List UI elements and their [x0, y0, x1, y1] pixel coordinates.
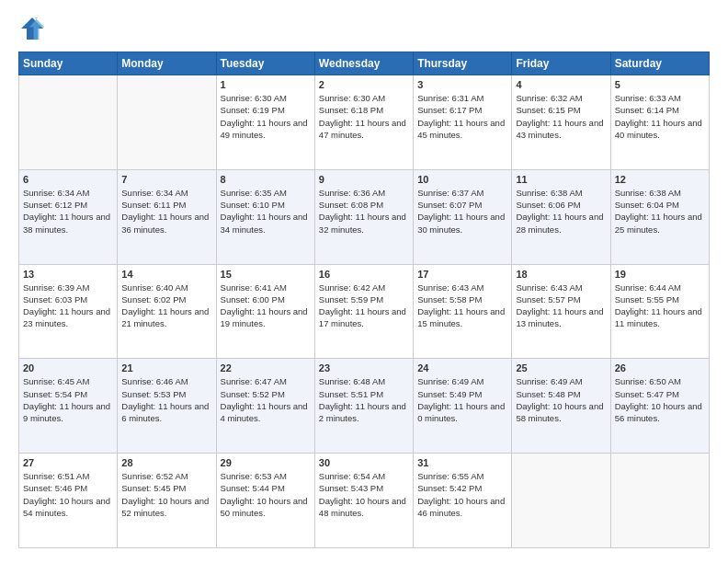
header: [18, 15, 710, 42]
day-number: 27: [23, 457, 113, 468]
calendar-cell: 8Sunrise: 6:35 AM Sunset: 6:10 PM Daylig…: [216, 169, 314, 264]
calendar-table: SundayMondayTuesdayWednesdayThursdayFrid…: [18, 52, 710, 548]
calendar-cell: 12Sunrise: 6:38 AM Sunset: 6:04 PM Dayli…: [610, 169, 709, 264]
day-info: Sunrise: 6:55 AM Sunset: 5:42 PM Dayligh…: [417, 470, 507, 519]
calendar-body: 1Sunrise: 6:30 AM Sunset: 6:19 PM Daylig…: [19, 75, 710, 548]
day-info: Sunrise: 6:30 AM Sunset: 6:18 PM Dayligh…: [319, 92, 409, 141]
page: SundayMondayTuesdayWednesdayThursdayFrid…: [0, 0, 728, 563]
day-number: 16: [319, 269, 409, 280]
day-number: 8: [221, 174, 311, 185]
day-number: 21: [121, 362, 211, 373]
calendar-cell: 23Sunrise: 6:48 AM Sunset: 5:51 PM Dayli…: [314, 359, 413, 454]
day-number: 9: [319, 174, 409, 185]
day-info: Sunrise: 6:39 AM Sunset: 6:03 PM Dayligh…: [23, 282, 113, 330]
day-number: 26: [615, 362, 705, 373]
day-info: Sunrise: 6:41 AM Sunset: 6:00 PM Dayligh…: [221, 282, 311, 330]
calendar-cell: 17Sunrise: 6:43 AM Sunset: 5:58 PM Dayli…: [414, 264, 512, 359]
day-number: 10: [417, 174, 507, 185]
calendar-cell: 16Sunrise: 6:42 AM Sunset: 5:59 PM Dayli…: [314, 264, 413, 359]
day-info: Sunrise: 6:46 AM Sunset: 5:53 PM Dayligh…: [121, 375, 211, 424]
day-info: Sunrise: 6:50 AM Sunset: 5:47 PM Dayligh…: [615, 375, 705, 424]
calendar-week-row: 20Sunrise: 6:45 AM Sunset: 5:54 PM Dayli…: [19, 359, 710, 454]
day-number: 15: [221, 269, 311, 280]
day-info: Sunrise: 6:30 AM Sunset: 6:19 PM Dayligh…: [221, 92, 311, 141]
day-number: 13: [23, 269, 113, 280]
day-number: 12: [615, 174, 705, 185]
weekday-header-saturday: Saturday: [610, 52, 709, 75]
day-info: Sunrise: 6:36 AM Sunset: 6:08 PM Dayligh…: [319, 187, 409, 236]
day-number: 30: [319, 457, 409, 468]
calendar-cell: 28Sunrise: 6:52 AM Sunset: 5:45 PM Dayli…: [118, 454, 216, 548]
calendar-cell: 26Sunrise: 6:50 AM Sunset: 5:47 PM Dayli…: [610, 359, 709, 454]
day-number: 22: [221, 362, 311, 373]
day-number: 5: [615, 79, 705, 90]
calendar-cell: 5Sunrise: 6:33 AM Sunset: 6:14 PM Daylig…: [610, 75, 709, 170]
day-info: Sunrise: 6:37 AM Sunset: 6:07 PM Dayligh…: [417, 187, 507, 236]
calendar-cell: 30Sunrise: 6:54 AM Sunset: 5:43 PM Dayli…: [314, 454, 413, 548]
day-number: 31: [417, 457, 507, 468]
day-number: 3: [417, 79, 507, 90]
calendar-week-row: 6Sunrise: 6:34 AM Sunset: 6:12 PM Daylig…: [19, 169, 710, 264]
day-info: Sunrise: 6:44 AM Sunset: 5:55 PM Dayligh…: [615, 282, 705, 330]
calendar-cell: 29Sunrise: 6:53 AM Sunset: 5:44 PM Dayli…: [216, 454, 314, 548]
weekday-header-thursday: Thursday: [414, 52, 512, 75]
calendar-cell: 10Sunrise: 6:37 AM Sunset: 6:07 PM Dayli…: [414, 169, 512, 264]
calendar-cell: 6Sunrise: 6:34 AM Sunset: 6:12 PM Daylig…: [19, 169, 118, 264]
day-number: 14: [121, 269, 211, 280]
day-info: Sunrise: 6:32 AM Sunset: 6:15 PM Dayligh…: [516, 92, 606, 141]
weekday-header-tuesday: Tuesday: [216, 52, 314, 75]
day-info: Sunrise: 6:38 AM Sunset: 6:06 PM Dayligh…: [516, 187, 606, 236]
day-number: 19: [615, 269, 705, 280]
calendar-cell: 20Sunrise: 6:45 AM Sunset: 5:54 PM Dayli…: [19, 359, 118, 454]
calendar-cell: 1Sunrise: 6:30 AM Sunset: 6:19 PM Daylig…: [216, 75, 314, 170]
day-number: 25: [516, 362, 606, 373]
calendar-cell: 9Sunrise: 6:36 AM Sunset: 6:08 PM Daylig…: [314, 169, 413, 264]
calendar-cell: [512, 454, 610, 548]
calendar-cell: 27Sunrise: 6:51 AM Sunset: 5:46 PM Dayli…: [19, 454, 118, 548]
day-info: Sunrise: 6:43 AM Sunset: 5:58 PM Dayligh…: [417, 282, 507, 330]
calendar-cell: [118, 75, 216, 170]
calendar-cell: 4Sunrise: 6:32 AM Sunset: 6:15 PM Daylig…: [512, 75, 610, 170]
calendar-week-row: 1Sunrise: 6:30 AM Sunset: 6:19 PM Daylig…: [19, 75, 710, 170]
calendar-cell: 7Sunrise: 6:34 AM Sunset: 6:11 PM Daylig…: [118, 169, 216, 264]
day-info: Sunrise: 6:43 AM Sunset: 5:57 PM Dayligh…: [516, 282, 606, 330]
day-info: Sunrise: 6:38 AM Sunset: 6:04 PM Dayligh…: [615, 187, 705, 236]
day-info: Sunrise: 6:52 AM Sunset: 5:45 PM Dayligh…: [121, 470, 211, 519]
weekday-header-friday: Friday: [512, 52, 610, 75]
day-info: Sunrise: 6:34 AM Sunset: 6:12 PM Dayligh…: [23, 187, 113, 236]
calendar-cell: 22Sunrise: 6:47 AM Sunset: 5:52 PM Dayli…: [216, 359, 314, 454]
calendar-cell: 21Sunrise: 6:46 AM Sunset: 5:53 PM Dayli…: [118, 359, 216, 454]
logo: [18, 15, 50, 42]
day-info: Sunrise: 6:35 AM Sunset: 6:10 PM Dayligh…: [221, 187, 311, 236]
calendar-cell: 31Sunrise: 6:55 AM Sunset: 5:42 PM Dayli…: [414, 454, 512, 548]
day-number: 11: [516, 174, 606, 185]
calendar-cell: 2Sunrise: 6:30 AM Sunset: 6:18 PM Daylig…: [314, 75, 413, 170]
calendar-cell: [610, 454, 709, 548]
day-info: Sunrise: 6:31 AM Sunset: 6:17 PM Dayligh…: [417, 92, 507, 141]
day-number: 6: [23, 174, 113, 185]
day-number: 29: [221, 457, 311, 468]
day-info: Sunrise: 6:40 AM Sunset: 6:02 PM Dayligh…: [121, 282, 211, 330]
calendar-cell: [19, 75, 118, 170]
day-info: Sunrise: 6:34 AM Sunset: 6:11 PM Dayligh…: [121, 187, 211, 236]
day-number: 28: [121, 457, 211, 468]
day-number: 7: [121, 174, 211, 185]
day-number: 20: [23, 362, 113, 373]
day-number: 1: [221, 79, 311, 90]
day-number: 23: [319, 362, 409, 373]
calendar-cell: 11Sunrise: 6:38 AM Sunset: 6:06 PM Dayli…: [512, 169, 610, 264]
weekday-header-monday: Monday: [118, 52, 216, 75]
day-number: 4: [516, 79, 606, 90]
calendar-cell: 19Sunrise: 6:44 AM Sunset: 5:55 PM Dayli…: [610, 264, 709, 359]
calendar-header: SundayMondayTuesdayWednesdayThursdayFrid…: [19, 52, 710, 75]
svg-marker-0: [21, 17, 43, 40]
day-info: Sunrise: 6:33 AM Sunset: 6:14 PM Dayligh…: [615, 92, 705, 141]
day-info: Sunrise: 6:49 AM Sunset: 5:49 PM Dayligh…: [417, 375, 507, 424]
calendar-cell: 3Sunrise: 6:31 AM Sunset: 6:17 PM Daylig…: [414, 75, 512, 170]
calendar-cell: 15Sunrise: 6:41 AM Sunset: 6:00 PM Dayli…: [216, 264, 314, 359]
weekday-header-wednesday: Wednesday: [314, 52, 413, 75]
day-info: Sunrise: 6:45 AM Sunset: 5:54 PM Dayligh…: [23, 375, 113, 424]
day-info: Sunrise: 6:54 AM Sunset: 5:43 PM Dayligh…: [319, 470, 409, 519]
calendar-week-row: 13Sunrise: 6:39 AM Sunset: 6:03 PM Dayli…: [19, 264, 710, 359]
weekday-header-row: SundayMondayTuesdayWednesdayThursdayFrid…: [19, 52, 710, 75]
